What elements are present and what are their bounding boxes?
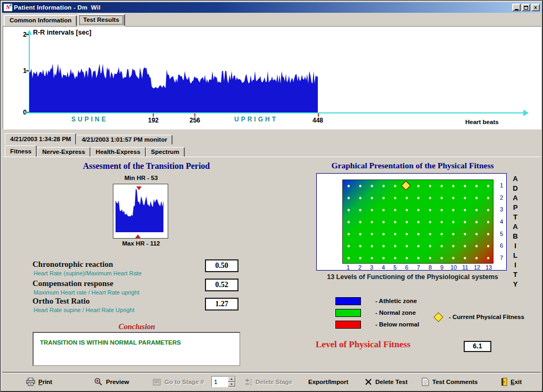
current-fitness-legend-label: - Current Physical Fitness	[449, 314, 524, 320]
current-fitness-marker	[401, 181, 411, 190]
max-hr-label: Max HR - 112	[88, 240, 194, 247]
stage-tab-monitor[interactable]: 4/21/2003 1:01:57 PM monitor	[76, 135, 172, 144]
stage-tab-test1[interactable]: 4/21/2003 1:34:28 PM	[5, 133, 76, 144]
legend-below-label: - Below normal	[375, 321, 419, 328]
goto-stage-icon	[153, 378, 161, 386]
level-tick: 8	[424, 264, 436, 272]
adaptability-letter: A	[511, 174, 520, 184]
ytick-2: 2	[19, 31, 27, 38]
main-tab-bar: Common Information Test Results	[4, 14, 125, 26]
metric-name-compensation: Compensation response	[32, 279, 113, 288]
ytick-dash	[26, 70, 29, 71]
adaptability-tick: 7	[497, 251, 506, 264]
adaptability-tick: 2	[497, 192, 506, 204]
metric-formula-chronotrophic: Heart Rate (supine)/Maximum Heart Rate	[34, 270, 142, 276]
tab-nerve-express[interactable]: Nerve-Express	[37, 147, 90, 157]
metric-value-ortho: 1.27	[205, 298, 238, 311]
level-tick: 4	[377, 264, 389, 272]
adaptability-tick: 1	[497, 179, 506, 192]
adaptability-letter: T	[511, 270, 520, 280]
x-axis	[25, 112, 524, 113]
level-tick: 2	[354, 264, 366, 272]
bottom-toolbar: Print Preview Go to Stage # ▲ ▼	[2, 373, 541, 390]
fitness-map-panel: 1234567 12345678910111213	[316, 173, 507, 271]
level-of-fitness-value: 6.1	[464, 341, 491, 352]
adaptability-letter: A	[511, 222, 520, 232]
result-tab-bar: Fitness Nerve-Express Health-Express Spe…	[5, 145, 185, 157]
test-comments-button[interactable]: Test Comments	[422, 377, 478, 387]
upright-label: UPRIGHT	[234, 116, 278, 123]
fitness-panel: Assesment of the Transition Period Min H…	[3, 157, 541, 372]
title-bar[interactable]: NE Patient Information - Dm Wil ×	[2, 2, 541, 13]
level-of-fitness-label: Level of Physical Fitness	[316, 339, 410, 350]
print-button[interactable]: Print	[26, 377, 52, 387]
tab-common-information[interactable]: Common Information	[4, 15, 77, 26]
transition-mini-chart	[113, 184, 168, 239]
min-hr-label: Min HR - 53	[88, 175, 194, 181]
adaptability-letter: Y	[511, 280, 520, 289]
stage-tab-bar: 4/21/2003 1:34:28 PM 4/21/2003 1:01:57 P…	[5, 133, 172, 144]
level-tick: 1	[342, 264, 354, 272]
printer-icon	[26, 378, 35, 386]
metric-name-ortho: Ortho Test Ratio	[32, 297, 90, 306]
adaptability-letter: T	[511, 213, 520, 222]
maximize-button[interactable]	[522, 4, 530, 11]
preview-button[interactable]: Preview	[94, 377, 129, 387]
adaptability-axis-label: ADAPTABILITY	[511, 174, 520, 289]
current-fitness-diamond-icon	[433, 312, 443, 322]
adaptability-tick: 3	[497, 203, 506, 216]
magnifier-icon	[94, 378, 103, 387]
level-tick: 5	[389, 264, 401, 272]
delete-stage-label: Delete Stage	[256, 379, 292, 385]
app-icon: NE	[4, 4, 12, 11]
fitness-map-caption: 13 Levels of Functioning of the Physiolo…	[322, 273, 503, 281]
level-tick: 13	[483, 264, 495, 272]
export-import-label: Export/Import	[308, 379, 348, 385]
level-tick: 11	[459, 264, 471, 272]
level-tick: 6	[401, 264, 413, 272]
metric-value-chronotrophic: 0.50	[205, 259, 238, 272]
legend-normal-swatch	[335, 309, 361, 317]
heart-beats-label: Heart beats	[465, 119, 499, 125]
minimize-button[interactable]	[512, 4, 521, 11]
adaptability-letter: L	[511, 251, 520, 260]
delete-stage-button[interactable]: Delete Stage	[244, 377, 292, 387]
spinner-down-button[interactable]: ▼	[228, 382, 235, 387]
print-label: Print	[38, 379, 52, 385]
tab-test-results[interactable]: Test Results	[77, 14, 125, 26]
fitness-map-title: Graphical Presentation of the Physical F…	[314, 161, 511, 170]
exit-door-icon	[501, 378, 507, 386]
legend-athletic-label: - Athletic zone	[375, 298, 417, 304]
close-button[interactable]: ×	[531, 4, 540, 11]
level-tick: 3	[366, 264, 377, 272]
transition-title: Assesment of the Transition Period	[35, 161, 258, 171]
goto-stage-button[interactable]: Go to Stage #	[153, 377, 204, 387]
patient-information-window: NE Patient Information - Dm Wil × Common…	[0, 0, 543, 392]
spinner-up-button[interactable]: ▲	[228, 377, 235, 382]
tab-health-express[interactable]: Health-Express	[90, 147, 146, 157]
tab-fitness[interactable]: Fitness	[5, 145, 37, 157]
tab-spectrum[interactable]: Spectrum	[146, 147, 185, 157]
supine-label: SUPINE	[71, 116, 108, 123]
adaptability-ticks: 1234567	[497, 179, 506, 264]
stage-number-input[interactable]	[212, 377, 228, 387]
beat-label-448: 448	[307, 117, 328, 124]
adaptability-letter: I	[511, 260, 520, 270]
level-tick: 12	[471, 264, 483, 272]
adaptability-letter: B	[511, 232, 520, 241]
exit-button[interactable]: Exit	[501, 377, 522, 387]
conclusion-box: TRANSITION IS WITHIN NORMAL PARAMETERS	[32, 332, 240, 366]
preview-label: Preview	[106, 379, 129, 385]
stage-number-spinner[interactable]: ▲ ▼	[211, 376, 236, 387]
level-tick: 9	[436, 264, 448, 272]
adaptability-letter: I	[511, 241, 520, 251]
delete-test-button[interactable]: Delete Test	[365, 377, 408, 387]
adaptability-letter: P	[511, 203, 520, 213]
export-import-button[interactable]: Export/Import	[308, 377, 348, 387]
conclusion-text: TRANSITION IS WITHIN NORMAL PARAMETERS	[40, 339, 181, 346]
metric-formula-compensation: Maximum Heart rate / Heart Rate upright	[34, 289, 139, 296]
fitness-map-gradient	[342, 179, 493, 264]
adaptability-letter: D	[511, 184, 520, 193]
level-tick: 10	[448, 264, 459, 272]
x-axis-arrow-icon	[523, 110, 532, 116]
